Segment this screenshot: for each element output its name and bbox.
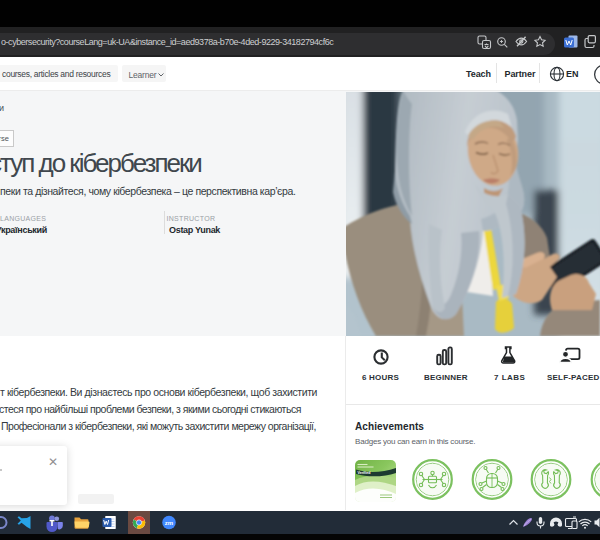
svg-text:zm: zm — [165, 520, 173, 526]
svg-text:Verified: Verified — [358, 471, 371, 475]
